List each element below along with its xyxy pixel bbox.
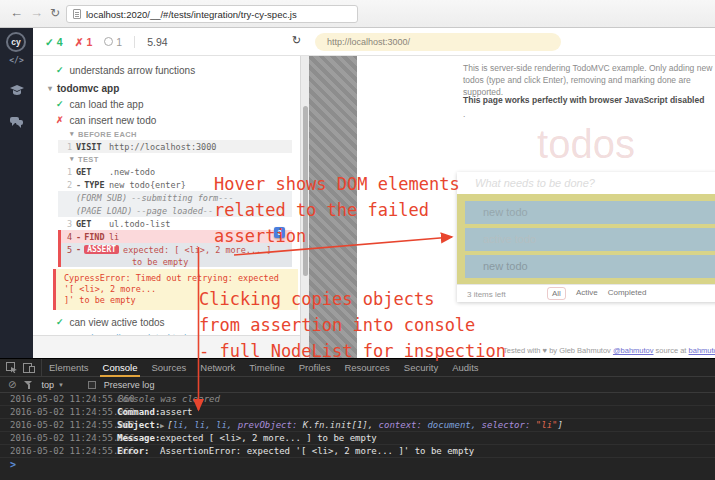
dash: - [76,180,81,190]
new-todo-input[interactable] [457,172,715,194]
suite-title: todomvc app [57,83,119,94]
console-prompt[interactable]: > [0,458,715,472]
filter-completed[interactable]: Completed [608,288,647,300]
tab-console[interactable]: Console [96,359,145,377]
command-name: GET [76,219,109,229]
command-number: 3 [61,219,76,229]
reload-icon[interactable]: ↻ [50,6,60,20]
pending-circle-icon [104,37,113,46]
command-assert-line2: to be empty [58,256,292,267]
chevron-down-icon: ▾ [70,155,74,163]
command-arg: li [109,232,119,242]
command-number: 1 [61,167,76,177]
dropdown-caret-icon: ▼ [58,382,64,388]
device-toolbar-icon[interactable] [23,363,35,373]
before-each-section[interactable]: ▾ BEFORE EACH [33,128,305,140]
pending-count: 1 [116,36,122,48]
suite-todomvc-app[interactable]: ▾ todomvc app [33,80,305,96]
browser-chrome: ← → ↻ localhost:2020/__/#/tests/integrat… [0,0,715,28]
chevron-down-icon: ▾ [48,84,52,93]
address-url: localhost:2020/__/#/tests/integration/tr… [86,9,297,20]
command-visit[interactable]: 1 VISIT http://localhost:3000 [58,140,292,153]
command-number: 4 [61,232,76,242]
cypress-runner-screen: ← → ↻ localhost:2020/__/#/tests/integrat… [0,0,715,480]
cypress-logo[interactable]: cy [6,32,26,52]
test-title: understands arrow functions [70,65,196,76]
tab-sources[interactable]: Sources [144,359,193,377]
clear-console-icon[interactable]: ⊘ [8,379,16,390]
preserve-log-label: Preserve log [104,380,155,390]
passed-stat[interactable]: ✓ 4 [45,36,63,48]
test-section[interactable]: ▾ TEST [33,153,305,165]
console-row-error: 2016-05-02 11:24:55.866Error:AssertionEr… [0,445,715,458]
pending-stat[interactable]: 1 [104,36,122,48]
command-arg: new todo{enter} [109,180,186,190]
attribution: Tested with ♥ by Gleb Bahmutov @bahmutov… [503,346,715,355]
test-title: can view active todos [70,317,165,328]
duration: 5.94 [134,36,167,48]
address-bar[interactable]: localhost:2020/__/#/tests/integration/tr… [66,5,358,23]
failed-count: 1 [86,36,92,48]
todos-title: todos [457,122,715,167]
todo-card: new todo active todo new todo 3 items le… [457,172,715,302]
dom-highlight-overlay: new todo active todo new todo [457,194,715,284]
check-icon: ✓ [45,36,54,48]
section-title: TEST [78,155,99,164]
section-title: BEFORE EACH [78,130,137,139]
app-refresh-icon[interactable]: ↻ [292,34,301,47]
graduation-cap-icon[interactable] [0,82,33,100]
inspect-element-icon[interactable] [6,362,17,373]
test-can-load-the-app[interactable]: ✓ can load the app [33,96,305,112]
app-header: ↻ http://localhost:3000/ [305,28,715,56]
app-intro-dot: . [463,108,713,120]
command-arg: http://localhost:3000 [109,142,216,152]
check-icon: ✓ [56,99,64,109]
command-arg: .new-todo [109,167,155,177]
chat-icon[interactable] [0,114,33,132]
test-can-insert-new-todo[interactable]: ✗ can insert new todo [33,112,305,128]
expand-icon[interactable]: ▶ [160,422,164,430]
command-number: 5 [61,245,76,255]
test-title: can insert new todo [70,115,157,126]
command-name: GET [76,167,109,177]
cypress-sidebar: cy </> [0,28,33,358]
command-name: FIND [84,232,104,242]
command-number: 2 [61,180,76,190]
check-icon: ✓ [56,317,64,327]
chevron-down-icon: ▾ [70,130,74,138]
console-row-message: 2016-05-02 11:24:55.866Message:expected … [0,432,715,445]
console-toolbar: ⊘ top ▼ Preserve log [0,377,715,393]
test-understands-arrow-functions[interactable]: ✓ understands arrow functions [33,56,305,80]
test-stats-header: ✓ 4 ✗ 1 1 5.94 [33,28,305,56]
check-icon: ✓ [56,65,64,75]
todo-item[interactable]: active todo [465,228,715,251]
todo-item[interactable]: new todo [465,201,715,224]
command-number: 1 [61,142,76,152]
dash: - [76,232,81,242]
filter-active[interactable]: Active [576,288,598,300]
bahmutov-link[interactable]: @bahmutov [613,346,654,355]
cross-icon: ✗ [75,36,84,48]
command-arg: ul.todo-list [109,219,170,229]
todo-item[interactable]: new todo [465,255,715,278]
tab-elements[interactable]: Elements [42,359,96,377]
forward-icon[interactable]: → [30,5,43,20]
repo-link[interactable]: bahmutov/todomvc-express [689,346,715,355]
annotation-click-note: Clicking copies objects from assertion i… [199,286,506,364]
failed-stat[interactable]: ✗ 1 [75,36,93,48]
console-row-command: 2016-05-02 11:24:55.862Command:assert [0,406,715,419]
filter-all[interactable]: All [547,287,566,300]
execution-context-select[interactable]: top ▼ [41,380,63,390]
command-name: VISIT [76,142,109,152]
cross-icon: ✗ [56,115,64,125]
app-intro-text: This is server-side rendering TodoMVC ex… [463,62,713,98]
code-icon[interactable]: </> [0,56,33,65]
back-icon[interactable]: ← [10,5,23,20]
page-icon [73,9,81,19]
filter-icon[interactable] [24,380,33,389]
app-url-field[interactable]: http://localhost:3000/ [315,33,561,51]
app-intro-bold: This page works perfectly with browser J… [463,94,713,106]
console-row-cleared: 2016-05-02 11:24:55.860Console was clear… [0,393,715,406]
assert-chip: ASSERT [84,245,119,254]
preserve-log-checkbox[interactable] [88,381,96,389]
